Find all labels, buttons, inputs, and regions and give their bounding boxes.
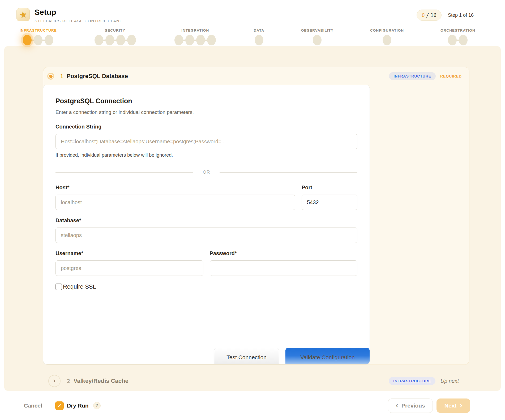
or-divider: OR <box>55 170 357 175</box>
port-input[interactable] <box>302 195 357 210</box>
header-top: ★ Setup STELLAOPS RELEASE CONTROL PLANE … <box>0 8 505 23</box>
phase-infrastructure[interactable]: INFRASTRUCTURE <box>20 28 57 45</box>
phase-step-dots <box>22 35 54 45</box>
step-row-valkey-redis[interactable]: › 2 Valkey/Redis Cache INFRASTRUCTURE Up… <box>43 375 469 387</box>
test-connection-button[interactable]: Test Connection <box>214 348 279 365</box>
step-dot <box>313 35 322 45</box>
step-dot <box>127 35 136 45</box>
username-label: Username* <box>55 250 203 256</box>
step-card-postgresql: 1 PostgreSQL Database INFRASTRUCTURE REQ… <box>43 67 469 365</box>
host-input[interactable] <box>55 195 295 210</box>
check-icon: ✓ <box>57 402 62 409</box>
phase-nav: INFRASTRUCTURESECURITYINTEGRATIONDATAOBS… <box>0 23 505 45</box>
step-indicator: Step 1 of 16 <box>448 12 474 18</box>
progress-current: 0 <box>422 12 425 18</box>
step-card-header[interactable]: 1 PostgreSQL Database INFRASTRUCTURE REQ… <box>43 67 469 85</box>
phase-label: INFRASTRUCTURE <box>20 28 57 32</box>
step-dot <box>116 35 125 45</box>
require-ssl-row: Require SSL <box>55 283 357 290</box>
database-input[interactable] <box>55 228 357 243</box>
username-input[interactable] <box>55 260 203 276</box>
phase-data[interactable]: DATA <box>254 28 264 45</box>
require-ssl-checkbox[interactable] <box>55 284 62 290</box>
host-port-row: Host* Port <box>55 185 357 210</box>
divider-line <box>220 172 357 173</box>
step-dot <box>45 35 53 45</box>
step-dot <box>95 35 103 45</box>
up-next-label: Up next <box>440 378 459 384</box>
password-field: Password* <box>210 250 358 276</box>
username-password-row: Username* Password* <box>55 250 357 276</box>
phase-label: SECURITY <box>105 28 125 32</box>
step-number: 1 <box>60 73 63 79</box>
next-button[interactable]: Next › <box>436 398 470 413</box>
expand-step-button[interactable]: › <box>48 375 61 387</box>
port-label: Port <box>302 185 357 191</box>
step-dot <box>448 35 457 45</box>
chevron-right-icon: › <box>460 402 462 409</box>
cancel-button[interactable]: Cancel <box>24 402 42 409</box>
brand: ★ Setup STELLAOPS RELEASE CONTROL PLANE <box>16 8 123 23</box>
help-icon[interactable]: ? <box>93 402 101 409</box>
phase-label: CONFIGURATION <box>370 28 404 32</box>
phase-step-dots <box>447 35 469 45</box>
phase-step-dots <box>173 35 217 45</box>
phase-step-dots <box>382 35 392 45</box>
dry-run-checkbox[interactable]: ✓ <box>55 401 64 410</box>
phase-integration[interactable]: INTEGRATION <box>173 28 217 45</box>
phase-label: INTEGRATION <box>181 28 209 32</box>
step-dot <box>105 35 114 45</box>
step-dot <box>255 35 263 45</box>
step-dot <box>383 35 391 45</box>
phase-label: ORCHESTRATION <box>440 28 475 32</box>
phase-orchestration[interactable]: ORCHESTRATION <box>440 28 475 45</box>
connection-string-label: Connection String <box>55 124 357 130</box>
progress-badge: 0/16 <box>417 10 442 21</box>
phase-security[interactable]: SECURITY <box>93 28 137 45</box>
progress-total: 16 <box>430 12 436 18</box>
username-field: Username* <box>55 250 203 276</box>
step-dot <box>23 35 32 45</box>
phase-configuration[interactable]: CONFIGURATION <box>370 28 404 45</box>
form-heading: PostgreSQL Connection <box>55 97 357 105</box>
password-input[interactable] <box>210 260 358 276</box>
wizard-nav-buttons: ‹ Previous Next › <box>388 398 470 413</box>
wizard-content: 1 PostgreSQL Database INFRASTRUCTURE REQ… <box>4 46 501 391</box>
phase-label: OBSERVABILITY <box>301 28 334 32</box>
validate-configuration-button[interactable]: Validate Configuration <box>285 348 370 365</box>
next-label: Next <box>444 402 457 409</box>
phase-step-dots <box>312 35 323 45</box>
step-title: Valkey/Redis Cache <box>74 378 129 384</box>
app-header: ★ Setup STELLAOPS RELEASE CONTROL PLANE … <box>0 0 505 46</box>
database-field: Database* <box>55 217 357 243</box>
step-dot <box>185 35 194 45</box>
step-dot <box>459 35 468 45</box>
chevron-left-icon: ‹ <box>396 402 398 409</box>
step-number: 2 <box>67 378 70 384</box>
required-badge: REQUIRED <box>440 74 462 78</box>
category-badge: INFRASTRUCTURE <box>389 377 435 385</box>
previous-label: Previous <box>401 402 425 409</box>
port-field: Port <box>302 185 357 210</box>
app-logo: ★ <box>16 8 30 21</box>
connection-string-input[interactable] <box>55 134 357 149</box>
progress-separator: / <box>426 12 429 18</box>
dry-run-label: Dry Run <box>67 402 89 409</box>
titles: Setup STELLAOPS RELEASE CONTROL PLANE <box>35 8 123 23</box>
divider-line <box>55 172 193 173</box>
host-label: Host* <box>55 185 295 191</box>
database-label: Database* <box>55 217 357 224</box>
phase-observability[interactable]: OBSERVABILITY <box>301 28 334 45</box>
step-dot <box>196 35 205 45</box>
step-dot <box>34 35 42 45</box>
step-dot <box>174 35 183 45</box>
previous-button[interactable]: ‹ Previous <box>388 398 433 413</box>
page-title: Setup <box>35 8 123 17</box>
form-actions: Test Connection Validate Configuration <box>214 348 370 365</box>
phase-step-dots <box>93 35 137 45</box>
category-badge: INFRASTRUCTURE <box>389 72 436 80</box>
app-footer: Cancel ✓ Dry Run ? ‹ Previous Next › <box>0 391 505 420</box>
postgresql-form-card: PostgreSQL Connection Enter a connection… <box>43 85 370 365</box>
connection-string-help: If provided, individual parameters below… <box>55 152 357 158</box>
require-ssl-label: Require SSL <box>63 283 96 290</box>
